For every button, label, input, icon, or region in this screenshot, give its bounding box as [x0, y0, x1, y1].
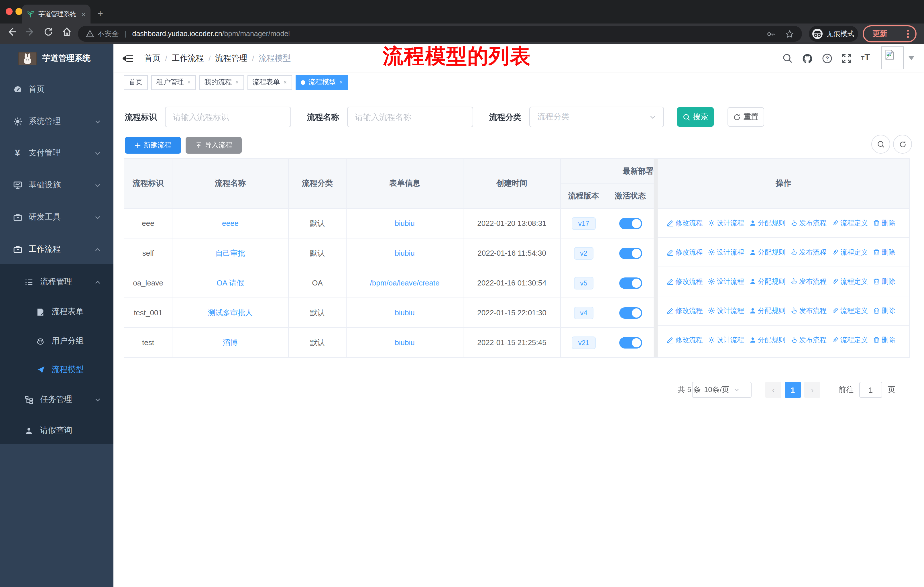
prev-page-button[interactable]: ‹ — [765, 382, 781, 398]
assign-rule-link[interactable]: 分配规则 — [749, 335, 785, 345]
tag-close-icon[interactable]: × — [187, 79, 191, 85]
process-definition-link[interactable]: 流程定义 — [832, 247, 868, 257]
fullscreen-icon[interactable] — [842, 53, 852, 64]
goto-page-input[interactable] — [859, 382, 882, 398]
assign-rule-link[interactable]: 分配规则 — [749, 247, 785, 257]
edit-process-link[interactable]: 修改流程 — [667, 247, 703, 257]
process-name-link[interactable]: 自己审批 — [215, 248, 245, 258]
forward-icon[interactable] — [25, 27, 35, 37]
show-search-circle-button[interactable] — [871, 135, 890, 154]
version-badge[interactable]: v5 — [574, 276, 594, 289]
activation-toggle[interactable] — [619, 307, 642, 318]
tag-process-form[interactable]: 流程表单× — [247, 75, 292, 90]
collapse-sidebar-icon[interactable] — [122, 54, 134, 63]
sidebar-item-leave-query[interactable]: 请假查询 — [0, 418, 114, 443]
sidebar-item-system[interactable]: 系统管理 — [0, 107, 114, 136]
minimize-window-button[interactable] — [15, 8, 22, 15]
publish-process-link[interactable]: 发布流程 — [790, 276, 827, 286]
breadcrumb-item[interactable]: 流程管理 — [215, 53, 248, 64]
browser-update-button[interactable]: 更新 — [863, 25, 917, 42]
breadcrumb-item[interactable]: 工作流程 — [172, 53, 204, 64]
tag-my-process[interactable]: 我的流程× — [200, 75, 244, 90]
delete-link[interactable]: 删除 — [873, 218, 895, 228]
version-badge[interactable]: v17 — [572, 217, 596, 230]
github-icon[interactable] — [802, 53, 813, 64]
sidebar-item-payment[interactable]: ¥ 支付管理 — [0, 139, 114, 167]
delete-link[interactable]: 删除 — [873, 247, 895, 257]
edit-process-link[interactable]: 修改流程 — [667, 335, 703, 345]
tag-close-icon[interactable]: × — [340, 79, 343, 85]
refresh-circle-button[interactable] — [893, 135, 912, 154]
new-tab-button[interactable]: + — [97, 8, 103, 18]
reload-icon[interactable] — [43, 27, 53, 37]
sidebar-item-task-management[interactable]: 任务管理 — [0, 387, 114, 412]
search-button[interactable]: 搜索 — [677, 107, 714, 127]
form-link[interactable]: biubiu — [395, 338, 414, 347]
caret-down-icon[interactable] — [909, 56, 914, 61]
activation-toggle[interactable] — [619, 218, 642, 229]
activation-toggle[interactable] — [619, 337, 642, 348]
import-process-button[interactable]: 导入流程 — [186, 137, 242, 154]
sidebar-logo[interactable]: 芋道管理系统 — [0, 44, 114, 73]
form-link[interactable]: /bpm/oa/leave/create — [370, 279, 440, 287]
assign-rule-link[interactable]: 分配规则 — [749, 218, 785, 228]
publish-process-link[interactable]: 发布流程 — [790, 247, 827, 257]
version-badge[interactable]: v21 — [572, 336, 596, 349]
assign-rule-link[interactable]: 分配规则 — [749, 276, 785, 286]
design-process-link[interactable]: 设计流程 — [708, 335, 744, 345]
design-process-link[interactable]: 设计流程 — [708, 306, 744, 316]
assign-rule-link[interactable]: 分配规则 — [749, 306, 785, 316]
version-badge[interactable]: v2 — [574, 247, 594, 260]
tag-home[interactable]: 首页 — [124, 75, 148, 90]
version-badge[interactable]: v4 — [574, 306, 594, 319]
publish-process-link[interactable]: 发布流程 — [790, 218, 827, 228]
tag-close-icon[interactable]: × — [236, 79, 239, 85]
process-definition-link[interactable]: 流程定义 — [832, 218, 868, 228]
tag-process-model[interactable]: 流程模型× — [295, 75, 348, 90]
process-name-link[interactable]: eeee — [222, 219, 239, 228]
design-process-link[interactable]: 设计流程 — [708, 276, 744, 286]
design-process-link[interactable]: 设计流程 — [708, 218, 744, 228]
process-definition-link[interactable]: 流程定义 — [832, 276, 868, 286]
process-id-input[interactable] — [165, 107, 291, 127]
close-window-button[interactable] — [6, 8, 13, 15]
next-page-button[interactable]: › — [804, 382, 820, 398]
edit-process-link[interactable]: 修改流程 — [667, 276, 703, 286]
form-link[interactable]: biubiu — [395, 249, 414, 257]
avatar[interactable] — [881, 46, 904, 69]
activation-toggle[interactable] — [619, 247, 642, 259]
process-name-link[interactable]: OA 请假 — [216, 278, 244, 288]
tag-tenant[interactable]: 租户管理× — [151, 75, 196, 90]
edit-process-link[interactable]: 修改流程 — [667, 306, 703, 316]
design-process-link[interactable]: 设计流程 — [708, 247, 744, 257]
sidebar-item-process-form[interactable]: 流程表单 — [0, 299, 114, 324]
category-select[interactable]: 流程分类 — [529, 107, 664, 127]
current-page-button[interactable]: 1 — [785, 382, 801, 398]
process-definition-link[interactable]: 流程定义 — [832, 335, 868, 345]
publish-process-link[interactable]: 发布流程 — [790, 335, 827, 345]
delete-link[interactable]: 删除 — [873, 335, 895, 345]
sidebar-item-process-management[interactable]: 流程管理 — [0, 270, 114, 294]
process-name-link[interactable]: 滔博 — [223, 337, 238, 348]
tag-close-icon[interactable]: × — [283, 79, 287, 85]
address-bar[interactable]: 不安全 | dashboard.yudao.iocoder.cn/bpm/man… — [78, 26, 802, 42]
browser-menu-dots-icon[interactable] — [907, 29, 909, 38]
delete-link[interactable]: 删除 — [873, 276, 895, 286]
delete-link[interactable]: 删除 — [873, 306, 895, 316]
back-icon[interactable] — [7, 27, 16, 37]
process-name-input[interactable] — [347, 107, 473, 127]
help-icon[interactable]: ? — [822, 53, 832, 64]
sidebar-item-devtools[interactable]: 研发工具 — [0, 203, 114, 231]
breadcrumb-item[interactable]: 首页 — [144, 53, 160, 64]
sidebar-item-user-group[interactable]: 用户分组 — [0, 329, 114, 354]
activation-toggle[interactable] — [619, 277, 642, 289]
create-process-button[interactable]: 新建流程 — [125, 137, 181, 154]
bookmark-star-icon[interactable] — [785, 30, 794, 38]
edit-process-link[interactable]: 修改流程 — [667, 218, 703, 228]
sidebar-item-workflow[interactable]: 工作流程 — [0, 235, 114, 264]
page-size-select[interactable]: 10条/页 — [692, 382, 752, 398]
search-icon[interactable] — [782, 53, 793, 64]
security-label[interactable]: 不安全 — [97, 29, 119, 39]
key-icon[interactable] — [766, 30, 775, 38]
process-name-link[interactable]: 测试多审批人 — [208, 308, 252, 318]
